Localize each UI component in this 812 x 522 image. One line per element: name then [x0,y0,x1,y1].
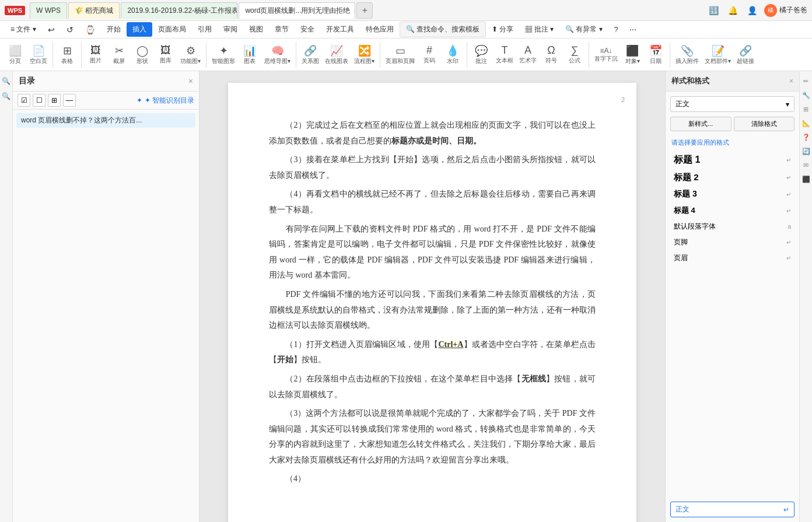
user-avatar[interactable]: 橘 橘子爸爸 [764,4,807,17]
func-label: 功能图▾ [180,57,201,65]
toolbar-chart-lib[interactable]: 🖼 图库 [155,43,176,66]
menu-reference[interactable]: 引用 [192,22,218,37]
toolbar-mindmap[interactable]: 🧠 思维导图▾ [262,43,292,66]
style-item-h1[interactable]: 标题 1 ↵ [670,152,794,169]
right-mail-icon[interactable]: ✉ [801,160,811,170]
style-item-h2[interactable]: 标题 2 ↵ [670,170,794,185]
toolbar-formula[interactable]: ∑ 公式 [564,43,585,66]
bottom-style-dropdown[interactable]: 正文 ↵ [670,502,794,517]
menu-begin[interactable]: 开始 [101,22,127,37]
toolbar-func[interactable]: ⚙ 功能图▾ [178,43,202,66]
style-item-h4[interactable]: 标题 4 ↵ [670,203,794,218]
right-help-icon[interactable]: ❓ [801,132,811,142]
menu-share[interactable]: ⬆ 分享 [486,22,519,37]
menu-history[interactable]: ⌚ [79,23,101,37]
symbol-label: 符号 [545,57,557,65]
styles-panel-close[interactable]: × [789,77,793,85]
person-icon[interactable]: 👤 [745,5,760,16]
menu-undo[interactable]: ↩ [42,23,61,37]
style-item-header[interactable]: 页眉 ↵ [670,251,794,265]
toolbar-textbox[interactable]: T 文本框 [494,43,515,66]
textbox-icon: T [502,44,508,57]
new-style-button[interactable]: 新样式... [670,117,732,131]
toolbar-image[interactable]: 🖼 图片 [85,43,106,66]
doc-scroll[interactable]: 2 （2）完成过之后在文档至的相应位置上就会出现相应的页面文字，我们可以在也没上… [200,71,665,522]
toc-expand[interactable]: ⊞ [48,94,61,107]
tab-haoke[interactable]: 🌾 稻壳商城 [68,2,120,19]
menu-help[interactable]: ? [608,23,624,36]
menu-insert[interactable]: 插入 [127,22,152,37]
doc-para-8: （3）这两个方法都可以说是很简单就呢个完成的了，大家都学会了吗，关于 PDF 文… [269,406,596,468]
tab-word-close[interactable]: × [354,8,355,14]
current-style-dropdown[interactable]: 正文 ▾ [670,96,794,112]
toolbar-screenshot[interactable]: ✂ 截屏 [108,43,130,66]
menu-chapter[interactable]: 章节 [269,22,295,37]
style-header-label: 页眉 [674,253,688,263]
toolbar-smart-shape[interactable]: ✦ 智能图形 [210,43,237,66]
toc-close-button[interactable]: × [188,76,193,86]
sep1 [52,42,53,68]
toolbar-relation[interactable]: 🔗 关系图 [300,43,321,66]
right-refresh-icon[interactable]: 🔄 [801,146,811,156]
right-ruler-icon[interactable]: 📐 [801,118,811,128]
toc-item[interactable]: word 页眉横线删不掉？这两个方法百... [16,113,195,128]
new-tab-button[interactable]: + [356,2,373,19]
tab-word[interactable]: word页眉横线删...用到无理由拒绝 × [239,2,355,19]
right-grid-icon[interactable]: ⊞ [801,104,811,114]
clear-format-button[interactable]: 清除格式 [734,117,795,131]
toolbar-comment[interactable]: 💬 批注 [471,43,492,66]
menu-view[interactable]: 视图 [243,22,269,37]
menu-redo[interactable]: ↺ [61,23,79,37]
toolbar-online-chart[interactable]: 📈 在线图表 [323,43,350,66]
toolbar-shape[interactable]: ◯ 形状 [132,43,153,66]
toolbar-object[interactable]: ⬛ 对象▾ [622,43,643,66]
toc-collapse[interactable]: — [63,94,76,107]
tab-wps[interactable]: W WPS [30,2,67,19]
left-zoom-icon[interactable]: 🔍 [1,91,12,101]
smart-shape-icon: ✦ [219,44,228,57]
toolbar-word-parts[interactable]: 📝 文档部件▾ [703,43,733,66]
style-item-default-para[interactable]: 默认段落字体 a [670,219,794,234]
toolbar-arttext[interactable]: A 艺术字 [517,43,538,66]
menu-layout[interactable]: 页面布局 [152,22,192,37]
toolbar-watermark[interactable]: 💧 水印 [442,43,463,66]
toc-uncheck-all[interactable]: ☐ [33,94,46,107]
toc-header: 目录 × [13,71,199,92]
toolbar-blank-page[interactable]: 📄 空白页 [28,43,49,66]
hyperlink-icon: 🔗 [739,44,752,57]
window-num-icon[interactable]: 🔢 [706,5,721,16]
menu-security[interactable]: 安全 [295,22,320,37]
menu-file[interactable]: ≡ 文件 ▾ [5,22,42,37]
menu-search[interactable]: 🔍 查找命令、搜索模板 [400,22,486,37]
right-block-icon[interactable]: ⬛ [801,174,811,184]
menu-special[interactable]: 特色应用 [360,22,400,37]
wps-logo[interactable]: WPS [5,6,25,15]
style-item-footer[interactable]: 页脚 ↵ [670,235,794,250]
tab-work[interactable]: 2019.9.16-2019.9.22-杨碌-工作报表 × [121,2,237,19]
right-settings-icon[interactable]: 🔧 [801,90,811,100]
menu-devtools[interactable]: 开发工具 [320,22,360,37]
toolbar-page-num[interactable]: # 页码 [419,43,440,66]
bell-icon[interactable]: 🔔 [726,5,740,16]
menu-more[interactable]: ⋯ [624,23,642,36]
toolbar-date[interactable]: 📅 日期 [645,43,666,66]
style-item-h3[interactable]: 标题 3 ↵ [670,187,794,202]
toc-smart-button[interactable]: ✦ ✦ 智能识别目录 [136,96,194,106]
toolbar-header-footer[interactable]: ▭ 页眉和页脚 [384,43,416,66]
sep6 [467,42,467,68]
toolbar-flowchart[interactable]: 🔀 流程图▾ [352,43,376,66]
right-edit-icon[interactable]: ✏ [801,76,811,86]
toc-check-all[interactable]: ☑ [18,94,30,107]
toolbar-table[interactable]: ⊞ 表格 [57,43,78,66]
toolbar-word-subscript[interactable]: ≡A↓ 首字下沉 [593,45,620,64]
toolbar-page-split[interactable]: ⬜ 分页 [5,43,26,66]
toolbar-symbol[interactable]: Ω 符号 [541,43,562,66]
toolbar-chart[interactable]: 📊 图表 [239,43,260,66]
toolbar-hyperlink[interactable]: 🔗 超链接 [735,43,756,66]
left-search-icon[interactable]: 🔍 [1,76,12,86]
textbox-label: 文本框 [496,57,513,65]
toolbar-attachment[interactable]: 📎 插入附件 [674,43,701,66]
menu-review[interactable]: 审阅 [218,22,243,37]
menu-batch[interactable]: ▦ 批注 ▾ [519,22,559,37]
menu-diff[interactable]: 🔍 有异常 ▾ [559,22,608,37]
